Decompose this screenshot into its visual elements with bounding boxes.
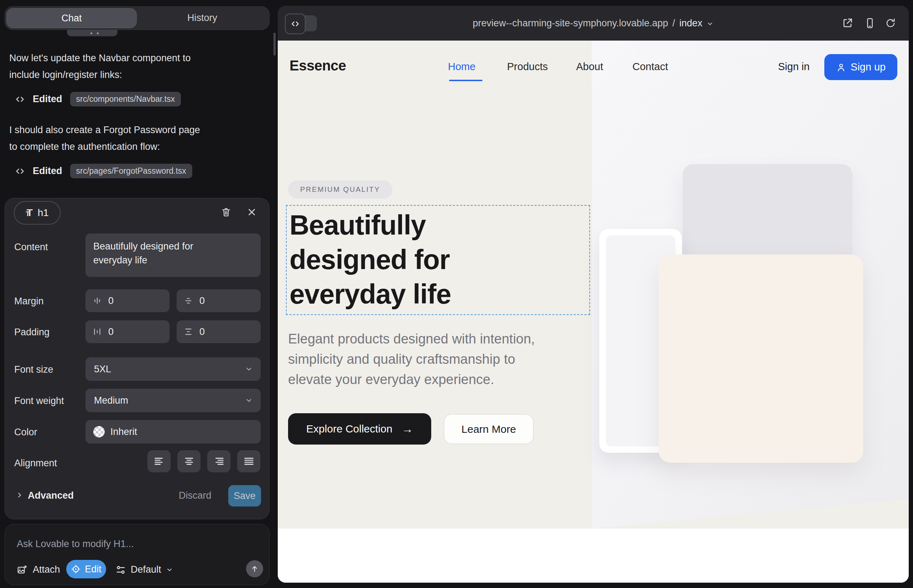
align-right-icon <box>213 455 225 467</box>
arrow-up-icon <box>250 564 259 573</box>
nav-link-contact[interactable]: Contact <box>632 61 668 73</box>
alignment-label: Alignment <box>14 458 57 469</box>
url-bar[interactable]: preview--charming-site-symphony.lovable.… <box>278 6 909 40</box>
chevron-down-icon <box>706 20 714 27</box>
open-in-new-tab-icon[interactable] <box>842 17 853 29</box>
close-icon[interactable] <box>246 207 257 218</box>
font-size-label: Font size <box>14 364 53 375</box>
padding-y-input[interactable]: 0 <box>176 320 261 343</box>
font-weight-label: Font weight <box>14 396 64 407</box>
color-select[interactable]: Inherit <box>86 420 261 444</box>
element-inspector-panel: TT h1 Content Beautifully designed for e… <box>5 198 270 519</box>
tag-name: h1 <box>38 207 49 218</box>
preview-browser-frame: preview--charming-site-symphony.lovable.… <box>278 6 909 583</box>
edited-label: Edited <box>33 165 62 176</box>
discard-button[interactable]: Discard <box>179 490 212 501</box>
align-center-button[interactable] <box>177 450 201 472</box>
tab-chat[interactable]: Chat <box>6 8 137 28</box>
color-label: Color <box>14 427 37 438</box>
margin-x-input[interactable]: 0 <box>86 289 170 312</box>
site-logo[interactable]: Essence <box>290 58 346 74</box>
margin-y-value: 0 <box>199 296 205 307</box>
edited-file-row[interactable]: Edited src/pages/ForgotPassword.tsx <box>15 164 192 178</box>
align-left-icon <box>153 455 165 467</box>
nav-link-products[interactable]: Products <box>507 61 548 73</box>
file-path-badge[interactable]: src/pages/ForgotPassword.tsx <box>70 164 192 178</box>
image-plus-icon <box>17 564 28 575</box>
delete-element-icon[interactable] <box>220 206 232 218</box>
tab-history[interactable]: History <box>138 8 267 27</box>
chevron-down-icon <box>166 566 173 573</box>
padding-horizontal-icon <box>92 327 102 336</box>
nav-link-about[interactable]: About <box>576 61 603 73</box>
hero-paragraph: Elegant products designed with intention… <box>288 329 541 390</box>
margin-x-value: 0 <box>108 296 113 307</box>
padding-x-value: 0 <box>108 326 113 338</box>
preview-url: preview--charming-site-symphony.lovable.… <box>473 18 669 29</box>
premium-quality-badge: PREMIUM QUALITY <box>288 181 392 199</box>
sign-up-button[interactable]: Sign up <box>824 54 897 80</box>
file-path-badge[interactable]: src/components/Navbar.tsx <box>70 92 181 107</box>
hero-heading[interactable]: Beautifully designed for everyday life <box>290 208 451 312</box>
sliders-icon <box>115 564 126 575</box>
refresh-icon[interactable] <box>885 18 896 29</box>
align-justify-button[interactable] <box>237 450 260 472</box>
align-right-button[interactable] <box>207 450 230 472</box>
color-value: Inherit <box>110 426 137 438</box>
send-button[interactable] <box>246 560 263 577</box>
next-section-background <box>278 528 909 583</box>
edited-label: Edited <box>33 94 62 105</box>
code-icon <box>15 94 25 104</box>
padding-label: Padding <box>14 327 50 338</box>
lovable-editor-window: Chat History Now let's update the Navbar… <box>0 0 913 588</box>
chat-scrollbar[interactable] <box>274 33 275 55</box>
mobile-view-icon[interactable] <box>864 17 876 29</box>
font-weight-select[interactable]: Medium <box>86 389 261 412</box>
nav-link-home[interactable]: Home <box>448 61 475 73</box>
chevron-down-icon <box>245 396 253 404</box>
content-label: Content <box>14 242 48 253</box>
attach-label: Attach <box>33 564 60 575</box>
composer-input[interactable]: Ask Lovable to modify H1... <box>17 538 134 549</box>
decor-card-cream <box>659 255 863 463</box>
edit-mode-button[interactable]: Edit <box>66 560 106 578</box>
save-button[interactable]: Save <box>228 485 261 507</box>
padding-x-input[interactable]: 0 <box>86 320 170 343</box>
attach-button[interactable]: Attach <box>17 564 60 575</box>
sign-up-label: Sign up <box>851 61 885 73</box>
fragment-dot <box>91 32 92 34</box>
target-icon <box>71 564 81 574</box>
margin-y-input[interactable]: 0 <box>176 289 261 312</box>
fragment-dot <box>97 32 99 34</box>
arrow-right-icon: → <box>401 423 413 436</box>
sign-in-link[interactable]: Sign in <box>778 61 810 73</box>
font-weight-value: Medium <box>94 395 128 406</box>
align-center-icon <box>183 455 195 467</box>
margin-horizontal-icon <box>92 296 102 305</box>
content-textarea[interactable]: Beautifully designed for everyday life <box>86 234 261 277</box>
font-size-select[interactable]: 5XL <box>86 357 261 381</box>
learn-more-button[interactable]: Learn More <box>444 414 534 444</box>
explore-collection-button[interactable]: Explore Collection → <box>288 413 431 444</box>
active-nav-underline <box>449 80 482 81</box>
advanced-toggle[interactable]: Advanced <box>28 490 74 501</box>
align-justify-icon <box>243 455 255 467</box>
chat-history-tabbar: Chat History <box>5 6 270 30</box>
url-separator: / <box>672 18 675 29</box>
edit-label: Edit <box>85 564 102 575</box>
default-model-button[interactable]: Default <box>115 564 173 575</box>
content-value: Beautifully designed for everyday life <box>93 239 222 267</box>
assistant-message: I should also create a Forgot Password p… <box>9 122 209 155</box>
font-size-value: 5XL <box>94 364 111 375</box>
typography-icon: TT <box>26 207 33 218</box>
margin-vertical-icon <box>184 296 193 305</box>
heading-line: designed for <box>290 242 451 277</box>
edited-file-row[interactable]: Edited src/components/Navbar.tsx <box>15 92 181 107</box>
element-tag-badge[interactable]: TT h1 <box>14 201 60 225</box>
assistant-message: Now let's update the Navbar component to… <box>9 50 209 83</box>
code-icon <box>15 166 25 176</box>
prompt-composer: Ask Lovable to modify H1... Attach Edit … <box>5 524 270 585</box>
align-left-button[interactable] <box>147 450 170 472</box>
default-label: Default <box>131 564 161 575</box>
chevron-right-icon <box>16 491 24 499</box>
